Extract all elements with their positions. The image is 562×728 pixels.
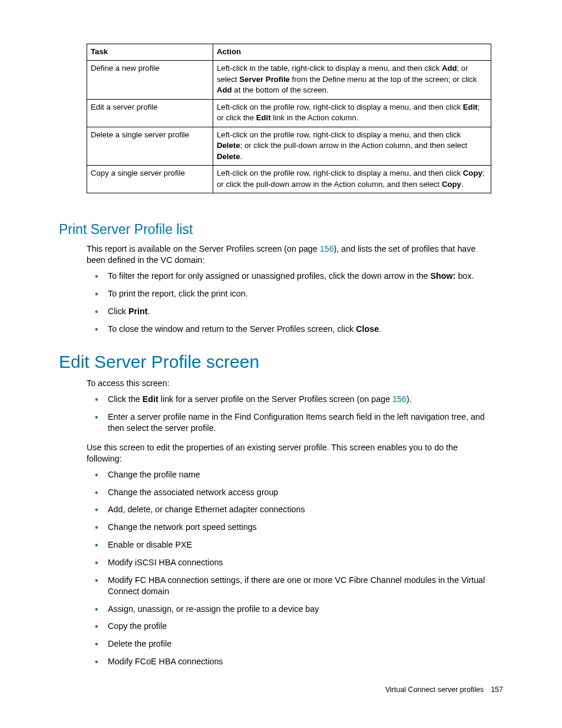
list-item: To close the window and return to the Se… [87,324,491,335]
edit-intro: To access this screen: [87,378,491,389]
edit-access-bullets: Click the Edit link for a server profile… [87,394,491,434]
page-footer: Virtual Connect server profiles157 [385,686,503,694]
task-cell: Copy a single server profile [87,166,213,193]
table-header-task: Task [87,44,213,61]
list-item: Change the network port speed settings [87,522,491,533]
edit-capabilities: Change the profile name Change the assoc… [87,469,491,667]
task-action-table: Task Action Define a new profile Left-cl… [87,44,491,193]
task-cell: Edit a server profile [87,99,213,127]
action-cell: Left-click on the profile row, right-cli… [213,99,491,127]
table-row: Edit a server profile Left-click on the … [87,99,491,127]
table-row: Delete a single server profile Left-clic… [87,127,491,165]
table-header-action: Action [213,44,491,61]
action-cell: Left-click on the profile row, right-cli… [213,166,491,193]
list-item: Modify FCoE HBA connections [87,656,491,667]
list-item: Click the Edit link for a server profile… [87,394,491,405]
list-item: Change the profile name [87,469,491,480]
table-row: Define a new profile Left-click in the t… [87,61,491,99]
list-item: Enter a server profile name in the Find … [87,411,491,434]
heading-edit-server-profile-screen: Edit Server Profile screen [59,352,503,372]
edit-use-text: Use this screen to edit the properties o… [87,442,491,465]
list-item: Modify iSCSI HBA connections [87,557,491,568]
list-item: Copy the profile [87,621,491,632]
action-cell: Left-click on the profile row, right-cli… [213,127,491,165]
list-item: Change the associated network access gro… [87,487,491,498]
list-item: Add, delete, or change Ethernet adapter … [87,504,491,515]
list-item: Assign, unassign, or re-assign the profi… [87,604,491,615]
page-link-156[interactable]: 156 [320,244,334,253]
list-item: Delete the profile [87,638,491,650]
list-item: To print the report, click the print ico… [87,288,491,299]
task-cell: Delete a single server profile [87,127,213,165]
list-item: To filter the report for only assigned o… [87,271,491,282]
footer-page-number: 157 [491,686,503,694]
print-intro: This report is available on the Server P… [87,243,491,266]
table-row: Copy a single server profile Left-click … [87,166,491,193]
page-link-156[interactable]: 156 [392,394,406,404]
list-item: Modify FC HBA connection settings, if th… [87,575,491,597]
print-bullets: To filter the report for only assigned o… [87,271,491,334]
task-cell: Define a new profile [87,61,213,99]
heading-print-server-profile-list: Print Server Profile list [59,222,503,238]
footer-label: Virtual Connect server profiles [385,686,484,694]
action-cell: Left-click in the table, right-click to … [213,61,491,99]
list-item: Click Print. [87,306,491,317]
list-item: Enable or disable PXE [87,539,491,551]
